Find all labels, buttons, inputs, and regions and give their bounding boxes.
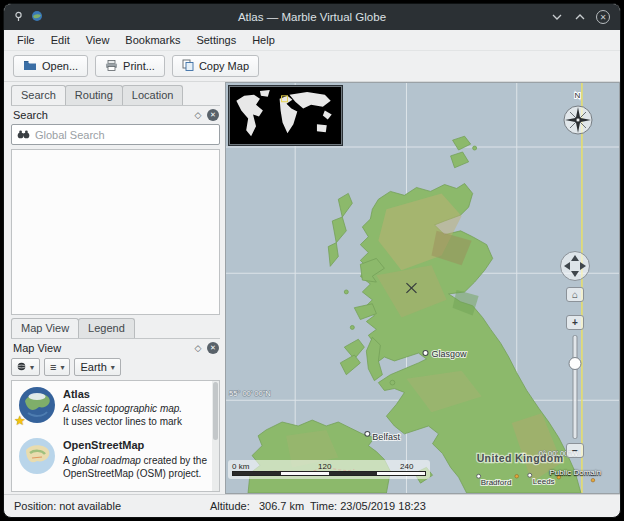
tab-map-view[interactable]: Map View [11, 318, 79, 338]
zoom-slider-handle[interactable] [569, 357, 582, 370]
tab-location[interactable]: Location [122, 85, 184, 105]
city-label-belfast: Belfast [372, 432, 400, 442]
minimize-button[interactable] [550, 10, 564, 24]
menu-settings[interactable]: Settings [188, 32, 244, 48]
copy-map-button[interactable]: Copy Map [172, 55, 259, 77]
menu-help[interactable]: Help [244, 32, 283, 48]
scale-mid-label: 120 [318, 462, 331, 471]
sidebar: Search Routing Location Search ◇ ✕ Globa… [4, 82, 224, 494]
chevron-down-icon: ▾ [111, 363, 115, 372]
tab-legend[interactable]: Legend [78, 318, 135, 338]
globe-projection-icon [17, 361, 26, 373]
navigation-controls: ⌂ + − [557, 243, 593, 467]
projection-select[interactable]: ▾ [11, 358, 40, 376]
theme-description: It uses vector lines to mark [63, 415, 182, 428]
scale-bar: 0 km 120 240 [228, 460, 430, 479]
compass-rose[interactable]: N [558, 89, 598, 145]
folder-icon [23, 60, 37, 73]
zoom-slider-track[interactable] [573, 335, 578, 439]
pan-right-icon[interactable] [580, 262, 586, 270]
copy-icon [182, 59, 194, 73]
tab-routing[interactable]: Routing [65, 85, 123, 105]
attribution-label: Public Domain [549, 468, 601, 477]
favorite-star-icon: ★ [14, 413, 26, 428]
print-button[interactable]: Print... [95, 55, 165, 77]
open-button[interactable]: Open... [13, 55, 88, 77]
theme-name: OpenStreetMap [63, 438, 207, 452]
search-tabbar: Search Routing Location [11, 84, 220, 105]
menubar: File Edit View Bookmarks Settings Help [4, 30, 620, 51]
search-input[interactable]: Global Search [11, 124, 220, 145]
theme-name: Atlas [63, 387, 182, 401]
city-label-glasgow: Glasgow [432, 349, 468, 359]
close-panel-icon[interactable]: ✕ [207, 342, 219, 354]
status-altitude: Altitude: 306.7 km [210, 500, 310, 512]
map-canvas[interactable]: Glasgow Belfast Bradford Leeds United Ki… [225, 82, 620, 494]
poi-dot [591, 478, 595, 482]
menu-bookmarks[interactable]: Bookmarks [117, 32, 188, 48]
poi-dot [515, 474, 519, 478]
close-button[interactable]: ✕ [596, 10, 610, 24]
theme-list-scrollbar[interactable] [212, 381, 219, 491]
pin-icon[interactable] [13, 11, 24, 24]
chevron-down-icon: ▾ [30, 363, 34, 372]
celestial-body-value: Earth [80, 361, 106, 373]
city-label-leeds: Leeds [533, 477, 555, 486]
atlas-thumbnail: ★ [18, 386, 56, 424]
menu-edit[interactable]: Edit [43, 32, 78, 48]
overview-map[interactable] [229, 86, 342, 145]
marble-window: Atlas — Marble Virtual Globe ✕ File Edit… [3, 3, 621, 518]
view-tabbar: Map View Legend [11, 317, 220, 338]
pan-up-icon[interactable] [571, 255, 579, 261]
city-dot-leeds [528, 473, 532, 477]
theme-description: A classic topographic map. [63, 403, 182, 414]
status-time: Time: 23/05/2019 18:23 [310, 500, 426, 512]
search-panel-header: Search ◇ ✕ [11, 105, 220, 123]
binoculars-icon [17, 129, 30, 141]
theme-description: A global roadmap created by the [63, 454, 207, 467]
printer-icon [105, 60, 118, 73]
city-label-bradford: Bradford [481, 478, 512, 487]
close-panel-icon[interactable]: ✕ [207, 109, 219, 121]
celestial-body-select[interactable]: Earth ▾ [74, 358, 120, 376]
zoom-out-button[interactable]: − [566, 443, 584, 458]
status-position: Position: not available [14, 500, 210, 512]
tab-search[interactable]: Search [11, 85, 66, 105]
chevron-down-icon: ▾ [60, 363, 64, 372]
window-title: Atlas — Marble Virtual Globe [96, 11, 528, 23]
detach-panel-icon[interactable]: ◇ [191, 108, 205, 121]
map-theme-list: ★ Atlas A classic topographic map. It us… [11, 380, 220, 492]
pan-left-icon[interactable] [564, 262, 570, 270]
view-layout-select[interactable]: ≡ ▾ [44, 358, 70, 376]
theme-description: OpenStreetMap (OSM) project. [63, 467, 207, 480]
latitude-label: 55° 00' 00"N [229, 389, 271, 398]
theme-item-atlas[interactable]: ★ Atlas A classic topographic map. It us… [12, 381, 219, 432]
theme-item-openstreetmap[interactable]: OpenStreetMap A global roadmap created b… [12, 432, 219, 483]
map-view-panel-title: Map View [13, 342, 191, 354]
search-results-list[interactable] [11, 149, 220, 315]
map-view-controls: ▾ ≡ ▾ Earth ▾ [11, 358, 220, 376]
app-icon [31, 10, 43, 24]
statusbar: Position: not available Altitude: 306.7 … [4, 494, 620, 517]
list-icon: ≡ [50, 361, 56, 373]
pan-down-icon[interactable] [571, 271, 579, 277]
titlebar[interactable]: Atlas — Marble Virtual Globe ✕ [4, 4, 620, 30]
maximize-button[interactable] [573, 10, 587, 24]
search-panel-title: Search [13, 109, 191, 121]
city-dot-belfast [365, 431, 370, 436]
zoom-in-button[interactable]: + [566, 315, 584, 330]
scale-end-label: 240 [400, 462, 413, 471]
compass-north-label: N [575, 91, 581, 100]
osm-thumbnail [18, 437, 56, 475]
toolbar: Open... Print... Copy Map [4, 51, 620, 82]
menu-view[interactable]: View [78, 32, 118, 48]
home-button[interactable]: ⌂ [566, 287, 584, 302]
scale-strip [232, 471, 426, 476]
pan-dpad[interactable] [560, 251, 590, 281]
city-dot-glasgow [423, 351, 428, 356]
menu-file[interactable]: File [9, 32, 43, 48]
search-placeholder: Global Search [35, 129, 105, 141]
detach-panel-icon[interactable]: ◇ [191, 341, 205, 354]
scale-start-label: 0 km [232, 462, 249, 471]
map-view-panel-header: Map View ◇ ✕ [11, 338, 220, 356]
